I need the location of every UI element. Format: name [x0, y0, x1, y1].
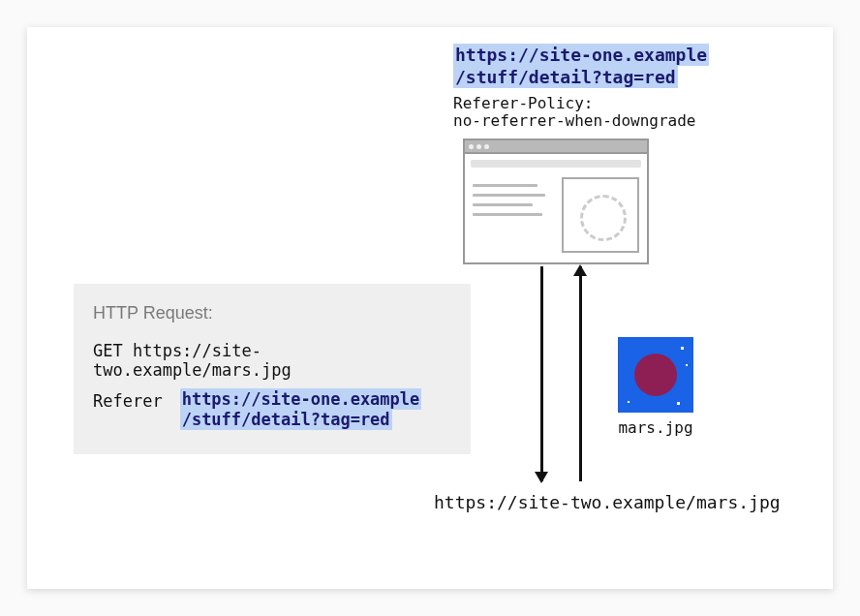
star-icon — [628, 401, 630, 403]
policy-header: Referer-Policy: — [453, 94, 594, 112]
browser-urlbar-icon — [471, 160, 641, 168]
http-request-box: HTTP Request: GET https://site-two.examp… — [74, 284, 471, 454]
mars-filename: mars.jpg — [618, 418, 693, 437]
referer-policy: Referer-Policy: no-referrer-when-downgra… — [453, 95, 695, 131]
image-placeholder-icon — [562, 177, 639, 253]
origin-url-line1: https://site-one.example — [453, 44, 709, 66]
http-method-line: GET https://site-two.example/mars.jpg — [93, 341, 451, 380]
diagram-canvas: https://site-one.example /stuff/detail?t… — [27, 27, 833, 589]
text-lines-icon — [473, 177, 552, 253]
referer-url: https://site-one.example /stuff/detail?t… — [180, 389, 422, 431]
mars-image-icon — [618, 337, 693, 413]
referer-url-line2: /stuff/detail?tag=red — [180, 409, 392, 430]
origin-url-line2: /stuff/detail?tag=red — [453, 66, 678, 88]
http-request-title: HTTP Request: — [93, 303, 451, 323]
destination-url: https://site-two.example/mars.jpg — [434, 492, 781, 512]
referer-label: Referer — [93, 389, 163, 411]
star-icon — [686, 364, 688, 366]
browser-body — [465, 171, 647, 259]
referer-line: Referer https://site-one.example /stuff/… — [93, 389, 451, 431]
browser-window-icon — [463, 139, 649, 264]
planet-icon — [634, 354, 677, 396]
policy-value: no-referrer-when-downgrade — [453, 111, 695, 130]
response-arrow-up-icon — [579, 266, 582, 481]
browser-titlebar-icon — [465, 140, 647, 154]
star-icon — [677, 402, 680, 405]
request-arrow-down-icon — [540, 266, 543, 481]
star-icon — [681, 347, 684, 350]
origin-url: https://site-one.example /stuff/detail?t… — [453, 45, 709, 88]
referer-url-line1: https://site-one.example — [180, 388, 422, 410]
